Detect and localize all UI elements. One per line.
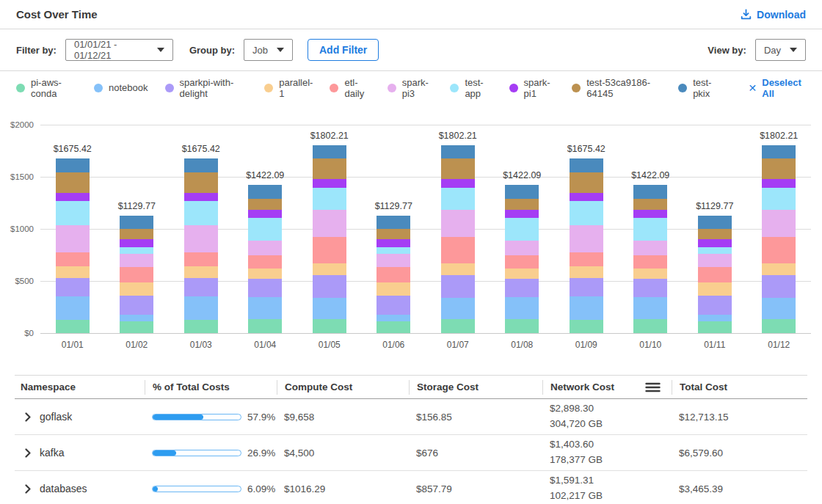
column-header-total[interactable]: Total Cost (672, 380, 807, 395)
bar-segment-test-53ca9186-64145[interactable] (441, 158, 475, 178)
bar-segment-spark-pi3[interactable] (120, 254, 153, 267)
stacked-bar-01/04[interactable] (248, 185, 282, 333)
bar-segment-notebook[interactable] (184, 296, 218, 320)
stacked-bar-01/02[interactable] (120, 216, 153, 333)
bar-segment-etl-daily[interactable] (313, 237, 346, 263)
bar-segment-test-pkix[interactable] (698, 216, 732, 229)
bar-segment-notebook[interactable] (56, 296, 90, 320)
bar-segment-notebook[interactable] (698, 315, 732, 321)
bar-segment-etl-daily[interactable] (248, 255, 282, 269)
bar-segment-sparkpi-with-delight[interactable] (698, 296, 732, 314)
bar-segment-parallel-1[interactable] (120, 282, 153, 296)
bar-segment-test-pkix[interactable] (570, 158, 603, 172)
bar-segment-spark-pi1[interactable] (441, 179, 475, 188)
bar-segment-spark-pi1[interactable] (570, 193, 603, 201)
bar-segment-pi-aws-conda[interactable] (698, 321, 732, 333)
bar-segment-notebook[interactable] (441, 298, 475, 319)
namespace-cell[interactable]: kafka (15, 447, 145, 459)
bar-segment-test-app[interactable] (570, 201, 603, 225)
bar-segment-parallel-1[interactable] (377, 282, 410, 296)
bar-segment-parallel-1[interactable] (698, 282, 732, 296)
bar-segment-parallel-1[interactable] (570, 266, 603, 278)
bar-segment-spark-pi1[interactable] (698, 239, 732, 247)
bar-segment-sparkpi-with-delight[interactable] (505, 279, 539, 297)
bar-segment-spark-pi3[interactable] (762, 210, 796, 238)
bar-segment-spark-pi3[interactable] (248, 241, 282, 255)
deselect-all-button[interactable]: ✕ Deselect All (749, 77, 806, 99)
bar-segment-parallel-1[interactable] (184, 266, 218, 278)
column-header-storage[interactable]: Storage Cost (409, 380, 542, 395)
stacked-bar-01/07[interactable] (441, 145, 475, 333)
bar-segment-sparkpi-with-delight[interactable] (248, 279, 282, 297)
bar-segment-test-app[interactable] (698, 247, 732, 254)
bar-segment-test-app[interactable] (313, 188, 346, 210)
bar-segment-test-53ca9186-64145[interactable] (698, 229, 732, 239)
legend-item-spark-pi1[interactable]: spark-pi1 (509, 77, 556, 99)
bar-segment-test-pkix[interactable] (248, 185, 282, 199)
bar-segment-notebook[interactable] (377, 315, 410, 321)
bar-segment-test-pkix[interactable] (184, 158, 218, 172)
bar-segment-test-53ca9186-64145[interactable] (120, 229, 153, 239)
bar-segment-parallel-1[interactable] (633, 269, 667, 279)
bar-segment-spark-pi3[interactable] (56, 225, 90, 252)
date-range-select[interactable]: 01/01/21 - 01/12/21 (65, 39, 173, 61)
bar-segment-sparkpi-with-delight[interactable] (441, 275, 475, 298)
bar-segment-test-53ca9186-64145[interactable] (377, 229, 410, 239)
bar-segment-test-app[interactable] (184, 201, 218, 225)
bar-segment-spark-pi3[interactable] (313, 210, 346, 238)
namespace-cell[interactable]: goflask (15, 411, 145, 423)
bar-segment-pi-aws-conda[interactable] (56, 320, 90, 333)
bar-segment-spark-pi3[interactable] (633, 241, 667, 255)
bar-segment-sparkpi-with-delight[interactable] (56, 278, 90, 296)
bar-segment-spark-pi1[interactable] (377, 239, 410, 247)
bar-segment-etl-daily[interactable] (633, 255, 667, 269)
bar-segment-sparkpi-with-delight[interactable] (120, 296, 153, 314)
legend-item-spark-pi3[interactable]: spark-pi3 (388, 77, 434, 99)
bar-segment-test-app[interactable] (377, 247, 410, 254)
bar-segment-pi-aws-conda[interactable] (505, 319, 539, 333)
bar-segment-test-53ca9186-64145[interactable] (313, 158, 346, 178)
bar-segment-test-53ca9186-64145[interactable] (633, 199, 667, 210)
stacked-bar-01/10[interactable] (633, 185, 667, 333)
bar-segment-test-pkix[interactable] (56, 158, 90, 172)
bar-segment-pi-aws-conda[interactable] (762, 319, 796, 333)
legend-item-etl-daily[interactable]: etl-daily (330, 77, 370, 99)
bar-segment-spark-pi3[interactable] (184, 225, 218, 252)
bar-segment-notebook[interactable] (120, 315, 153, 321)
bar-segment-sparkpi-with-delight[interactable] (377, 296, 410, 314)
legend-item-notebook[interactable]: notebook (94, 82, 148, 93)
bar-segment-etl-daily[interactable] (505, 255, 539, 269)
stacked-bar-01/03[interactable] (184, 158, 218, 333)
table-row-databases[interactable]: databases6.09%$1016.29$857.79$1,591.3110… (15, 471, 807, 504)
bar-segment-test-app[interactable] (56, 201, 90, 225)
bar-segment-pi-aws-conda[interactable] (633, 319, 667, 333)
bar-segment-etl-daily[interactable] (570, 252, 603, 266)
legend-item-pi-aws-conda[interactable]: pi-aws-conda (16, 77, 77, 99)
bar-segment-parallel-1[interactable] (505, 269, 539, 279)
bar-segment-etl-daily[interactable] (120, 267, 153, 283)
bar-segment-pi-aws-conda[interactable] (377, 321, 410, 333)
bar-segment-spark-pi3[interactable] (377, 254, 410, 267)
group-by-select[interactable]: Job (244, 39, 293, 61)
bar-segment-test-53ca9186-64145[interactable] (505, 199, 539, 210)
bar-segment-notebook[interactable] (248, 297, 282, 319)
bar-segment-test-app[interactable] (441, 188, 475, 210)
bar-segment-etl-daily[interactable] (377, 267, 410, 283)
bar-segment-etl-daily[interactable] (441, 237, 475, 263)
bar-segment-spark-pi3[interactable] (441, 210, 475, 238)
bar-segment-test-pkix[interactable] (120, 216, 153, 229)
bar-segment-etl-daily[interactable] (184, 252, 218, 266)
bar-segment-parallel-1[interactable] (762, 263, 796, 275)
bar-segment-parallel-1[interactable] (56, 266, 90, 278)
expand-chevron-icon[interactable] (25, 412, 32, 422)
column-header-percent[interactable]: % of Total Costs (145, 380, 277, 395)
bar-segment-test-pkix[interactable] (377, 216, 410, 229)
bar-segment-test-app[interactable] (505, 218, 539, 241)
view-by-select[interactable]: Day (755, 39, 806, 61)
legend-item-parallel-1[interactable]: parallel-1 (264, 77, 313, 99)
bar-segment-spark-pi1[interactable] (762, 179, 796, 188)
bar-segment-test-53ca9186-64145[interactable] (184, 172, 218, 193)
legend-item-test-pkix[interactable]: test-pkix (678, 77, 721, 99)
table-row-kafka[interactable]: kafka26.9%$4,500$676$1,403.60178,377 GB$… (15, 435, 807, 471)
bar-segment-test-53ca9186-64145[interactable] (248, 199, 282, 210)
